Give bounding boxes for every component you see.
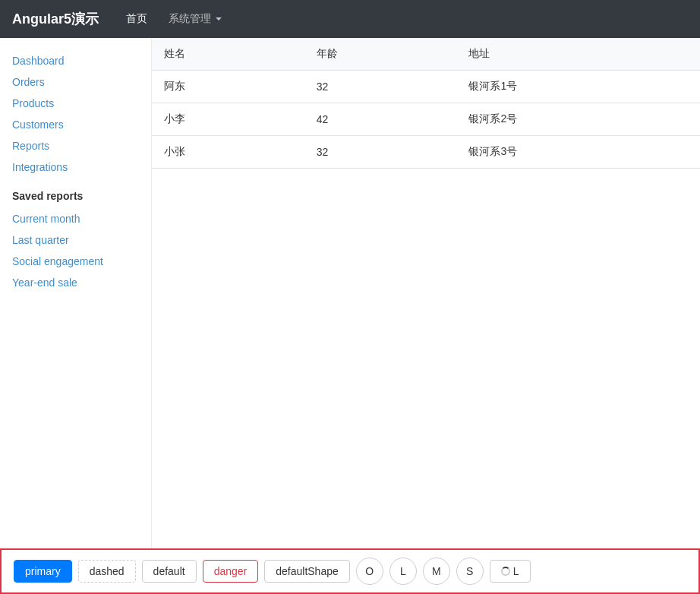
btn-circle-L[interactable]: L	[389, 558, 417, 585]
sidebar-item-last-quarter[interactable]: Last quarter	[6, 229, 145, 251]
nav-sys-menu[interactable]: 系统管理	[159, 6, 231, 32]
navbar: Angular5演示 首页 系统管理	[0, 0, 700, 38]
cell-name: 阿东	[152, 71, 304, 103]
cell-age: 32	[304, 71, 457, 103]
sidebar-item-orders[interactable]: Orders	[6, 71, 145, 93]
btn-loading-label: L	[513, 565, 519, 577]
sidebar: Dashboard Orders Products Customers Repo…	[0, 38, 152, 594]
cell-address: 银河系1号	[456, 71, 700, 103]
saved-reports-title: Saved reports	[6, 178, 145, 208]
cell-address: 银河系2号	[456, 103, 700, 136]
sidebar-item-products[interactable]: Products	[6, 93, 145, 114]
table-header-row: 姓名 年龄 地址	[152, 38, 700, 71]
cell-name: 小张	[152, 136, 304, 169]
main-content: 姓名 年龄 地址 阿东 32 银河系1号 小李 42 银河系2号 小张	[152, 38, 700, 594]
btn-circle-S[interactable]: S	[456, 558, 484, 585]
btn-primary[interactable]: primary	[14, 560, 72, 583]
col-address: 地址	[456, 38, 700, 71]
main-layout: Dashboard Orders Products Customers Repo…	[0, 38, 700, 594]
table-row: 阿东 32 银河系1号	[152, 71, 700, 103]
btn-circle-O[interactable]: O	[356, 558, 383, 585]
btn-danger[interactable]: danger	[203, 560, 259, 583]
table-row: 小李 42 银河系2号	[152, 103, 700, 136]
btn-default-shape[interactable]: defaultShape	[264, 560, 350, 583]
bottom-toolbar: primary dashed default danger defaultSha…	[0, 548, 700, 594]
sidebar-item-social-engagement[interactable]: Social engagement	[6, 251, 145, 272]
sidebar-item-customers[interactable]: Customers	[6, 114, 145, 135]
customers-table: 姓名 年龄 地址 阿东 32 银河系1号 小李 42 银河系2号 小张	[152, 38, 700, 169]
sidebar-item-current-month[interactable]: Current month	[6, 208, 145, 229]
sidebar-item-year-end-sale[interactable]: Year-end sale	[6, 272, 145, 293]
cell-name: 小李	[152, 103, 304, 136]
navbar-brand: Angular5演示	[12, 10, 99, 28]
nav-home[interactable]: 首页	[117, 6, 156, 32]
chevron-down-icon	[216, 17, 222, 21]
loading-spinner-icon	[501, 567, 510, 576]
navbar-nav: 首页 系统管理	[117, 6, 231, 32]
sidebar-item-reports[interactable]: Reports	[6, 135, 145, 156]
sidebar-item-dashboard[interactable]: Dashboard	[6, 50, 145, 71]
cell-age: 32	[304, 136, 457, 169]
sidebar-item-integrations[interactable]: Integrations	[6, 156, 145, 178]
btn-loading-L[interactable]: L	[490, 560, 531, 583]
btn-dashed[interactable]: dashed	[78, 560, 136, 583]
col-name: 姓名	[152, 38, 304, 71]
cell-age: 42	[304, 103, 457, 136]
col-age: 年龄	[304, 38, 457, 71]
btn-default[interactable]: default	[142, 560, 197, 583]
btn-circle-M[interactable]: M	[423, 558, 450, 585]
cell-address: 银河系3号	[456, 136, 700, 169]
table-row: 小张 32 银河系3号	[152, 136, 700, 169]
nav-sys-menu-label: 系统管理	[169, 12, 211, 26]
